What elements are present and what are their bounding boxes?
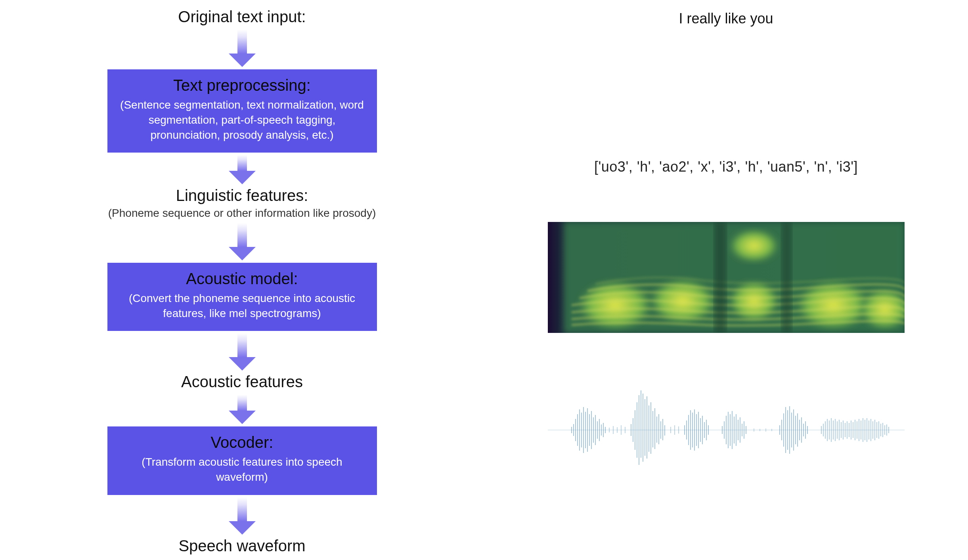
arrow-down-icon (229, 155, 256, 184)
acoustic-features-label: Acoustic features (181, 373, 303, 392)
arrow-down-icon (229, 497, 256, 535)
mel-spectrogram (548, 222, 905, 333)
svg-point-4 (730, 230, 778, 262)
linguistic-features-label: Linguistic features: (Phoneme sequence o… (108, 187, 376, 220)
input-label: Original text input: (178, 8, 306, 27)
vocoder-box: Vocoder: (Transform acoustic features in… (107, 426, 377, 495)
arrow-down-icon (229, 333, 256, 371)
speech-waveform (548, 384, 905, 476)
acoustic-model-desc: (Convert the phoneme sequence into acous… (119, 291, 365, 321)
waveform-icon (548, 384, 905, 476)
vocoder-title: Vocoder: (119, 434, 365, 451)
svg-rect-9 (782, 222, 792, 333)
arrow-down-icon (229, 395, 256, 424)
svg-point-5 (730, 281, 778, 321)
diagram-container: Original text input: Text preprocessing:… (0, 0, 968, 560)
arrow-down-icon (229, 30, 256, 67)
output-label-text: Speech waveform (178, 537, 305, 555)
example-phoneme-sequence: ['uo3', 'h', 'ao2', 'x', 'i3', 'h', 'uan… (594, 159, 858, 175)
spectrogram-icon (548, 222, 905, 333)
linguistic-title: Linguistic features: (108, 187, 376, 205)
svg-rect-8 (714, 222, 726, 333)
acoustic-model-title: Acoustic model: (119, 270, 365, 288)
example-input-text: I really like you (679, 10, 773, 27)
pipeline-column: Original text input: Text preprocessing:… (0, 0, 484, 560)
vocoder-desc: (Transform acoustic features into speech… (119, 455, 365, 485)
input-label-text: Original text input: (178, 8, 306, 26)
text-preprocessing-desc: (Sentence segmentation, text normalizati… (119, 97, 365, 142)
output-label: Speech waveform (178, 537, 305, 556)
linguistic-sub: (Phoneme sequence or other information l… (108, 206, 376, 220)
svg-point-2 (580, 281, 651, 329)
arrow-down-icon (229, 223, 256, 260)
acoustic-features-text: Acoustic features (181, 373, 303, 391)
text-preprocessing-box: Text preprocessing: (Sentence segmentati… (107, 69, 377, 153)
example-column: I really like you ['uo3', 'h', 'ao2', 'x… (484, 0, 968, 560)
acoustic-model-box: Acoustic model: (Convert the phoneme seq… (107, 263, 377, 331)
text-preprocessing-title: Text preprocessing: (119, 76, 365, 94)
